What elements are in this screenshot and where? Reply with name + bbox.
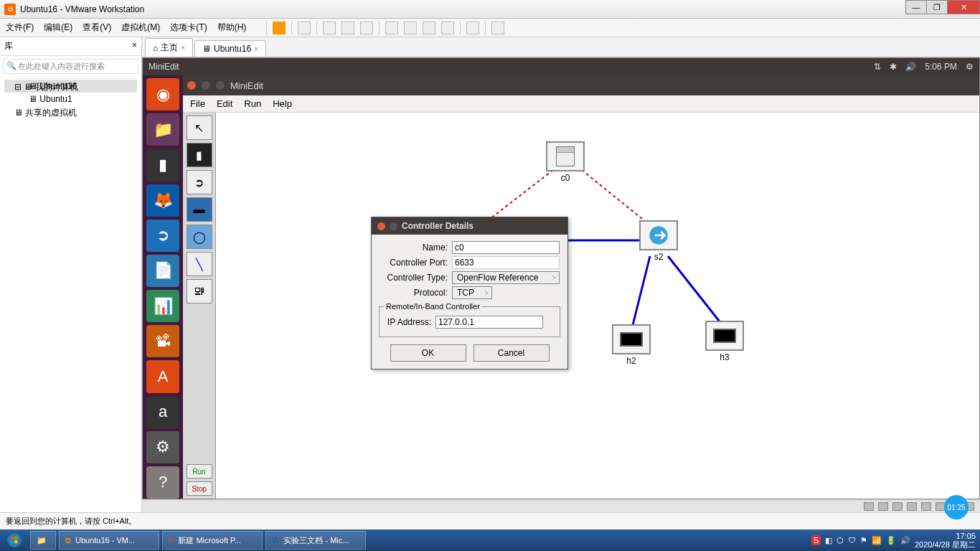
settings-icon[interactable]: ⚙ <box>146 431 179 463</box>
device-icon[interactable] <box>864 502 874 511</box>
sound-icon[interactable]: 🔊 <box>905 62 916 72</box>
tool-legacy-switch[interactable]: ▬ <box>187 197 212 222</box>
software-icon[interactable]: A <box>146 360 179 392</box>
tray-icon[interactable]: 🔋 <box>886 536 896 545</box>
tree-my-computer[interactable]: ⊟ 🖥 我的计算机 <box>4 80 78 95</box>
start-button[interactable] <box>0 529 29 551</box>
toolbar-icon[interactable] <box>423 22 435 34</box>
tray-icon[interactable]: 🛡 <box>848 536 856 545</box>
pause-icon[interactable] <box>273 22 286 34</box>
node-host-h2[interactable]: h2 <box>612 324 651 366</box>
task-vmware[interactable]: ⧉Ubuntu16 - VM... <box>59 531 159 550</box>
me-menu-file[interactable]: File <box>190 98 205 109</box>
proto-label: Protocol: <box>379 288 448 298</box>
stop-button[interactable]: Stop <box>187 481 212 496</box>
topology-canvas[interactable]: c0 s1 s2 <box>216 113 979 499</box>
tool-cursor[interactable]: ↖ <box>187 116 212 140</box>
recording-badge: 01:25 <box>944 495 969 519</box>
tray-icon[interactable]: ◧ <box>825 536 832 545</box>
minimize-icon[interactable] <box>202 81 210 90</box>
me-menu-edit[interactable]: Edit <box>217 98 232 109</box>
port-input[interactable] <box>452 256 560 269</box>
node-controller-c0[interactable]: c0 <box>546 141 585 183</box>
me-menu-run[interactable]: Run <box>244 98 261 109</box>
toolbar-icon[interactable] <box>385 22 398 34</box>
close-button[interactable]: ✕ <box>947 0 980 14</box>
sound-icon[interactable]: 🔊 <box>900 536 910 545</box>
ip-label: IP Address: <box>384 317 431 327</box>
writer-icon[interactable]: 📄 <box>146 255 179 287</box>
task-folder[interactable]: 📁 <box>30 531 56 550</box>
amazon-icon[interactable]: a <box>146 396 179 428</box>
name-input[interactable] <box>452 241 560 254</box>
run-button[interactable]: Run <box>187 464 212 479</box>
tree-shared[interactable]: 🖥 共享的虚拟机 <box>4 105 77 121</box>
network-icon[interactable]: ⇅ <box>874 62 881 72</box>
close-icon[interactable] <box>187 81 196 90</box>
ip-input[interactable] <box>435 316 543 329</box>
toolbar-icon[interactable] <box>404 22 417 34</box>
menu-file[interactable]: 文件(F) <box>6 22 34 34</box>
toolbar-icon[interactable] <box>323 22 336 34</box>
menu-view[interactable]: 查看(V) <box>83 22 111 34</box>
tab-home[interactable]: ⌂ 主页 × <box>145 38 193 57</box>
svg-rect-12 <box>14 540 17 543</box>
toolbar-icon[interactable] <box>360 22 373 34</box>
gear-icon[interactable]: ⚙ <box>966 62 974 72</box>
tool-router[interactable]: ◯ <box>187 225 212 249</box>
clock[interactable]: 5:06 PM <box>925 62 957 72</box>
toolbar-icon[interactable] <box>298 22 311 34</box>
tray-icon[interactable]: ⬡ <box>837 536 844 545</box>
ok-button[interactable]: OK <box>390 344 466 362</box>
firefox-icon[interactable]: 🦊 <box>146 184 179 217</box>
task-powerpoint[interactable]: P新建 Microsoft P... <box>162 531 263 550</box>
toolbar-icon[interactable] <box>466 22 479 34</box>
toolbar-icon[interactable] <box>441 22 454 34</box>
terminal-icon[interactable]: ▮ <box>146 149 179 181</box>
ime-icon[interactable]: S <box>811 535 821 545</box>
menu-vm[interactable]: 虚拟机(M) <box>121 22 160 34</box>
tray-icon[interactable]: ⚑ <box>860 536 867 545</box>
device-icon[interactable] <box>878 502 888 511</box>
library-close[interactable]: × <box>132 40 137 52</box>
calc-icon[interactable]: 📊 <box>146 290 179 322</box>
dialog-titlebar[interactable]: Controller Details <box>372 217 567 235</box>
miniedit-titlebar[interactable]: MiniEdit <box>183 75 979 95</box>
maximize-button[interactable]: ❐ <box>926 0 948 14</box>
tool-controller[interactable]: 🖳 <box>187 279 212 303</box>
bluetooth-icon[interactable]: ✱ <box>890 62 897 72</box>
proto-select[interactable]: TCP <box>452 286 492 299</box>
files-icon[interactable]: 📁 <box>146 113 179 146</box>
arrow-icon[interactable]: ➲ <box>146 220 179 252</box>
type-select[interactable]: OpenFlow Reference <box>452 271 560 284</box>
toolbar-icon[interactable] <box>491 22 504 34</box>
menu-tabs[interactable]: 选项卡(T) <box>170 22 207 34</box>
close-icon[interactable]: × <box>254 45 258 53</box>
toolbar-icon[interactable] <box>341 22 354 34</box>
impress-icon[interactable]: 📽 <box>146 325 179 357</box>
maximize-icon[interactable] <box>390 222 397 230</box>
device-icon[interactable] <box>892 502 903 511</box>
library-search[interactable]: 在此处键入内容进行搜索 <box>3 59 138 74</box>
help-icon[interactable]: ? <box>146 466 179 499</box>
close-icon[interactable] <box>377 222 385 230</box>
device-icon[interactable] <box>907 502 917 511</box>
tray-icon[interactable]: 📶 <box>872 536 882 545</box>
ubuntu-dash-icon[interactable]: ◉ <box>146 78 179 110</box>
tab-ubuntu16[interactable]: 🖥 Ubuntu16 × <box>194 40 266 57</box>
close-icon[interactable]: × <box>181 44 185 52</box>
tool-host[interactable]: ▮ <box>187 143 212 167</box>
menu-edit[interactable]: 编辑(E) <box>44 22 72 34</box>
tool-switch[interactable]: ➲ <box>187 170 212 194</box>
maximize-icon[interactable] <box>216 81 225 90</box>
node-switch-s2[interactable]: s2 <box>639 220 678 262</box>
cancel-button[interactable]: Cancel <box>473 344 550 362</box>
task-word[interactable]: W实验三文档 - Mic... <box>265 531 366 550</box>
node-host-h3[interactable]: h3 <box>705 321 744 362</box>
menu-help[interactable]: 帮助(H) <box>217 22 247 34</box>
taskbar-clock[interactable]: 17:05 2020/4/28 星期二 <box>915 532 976 549</box>
tool-link[interactable]: ╲ <box>187 252 212 276</box>
me-menu-help[interactable]: Help <box>273 98 292 109</box>
minimize-button[interactable]: — <box>905 0 927 14</box>
device-icon[interactable] <box>921 502 931 511</box>
